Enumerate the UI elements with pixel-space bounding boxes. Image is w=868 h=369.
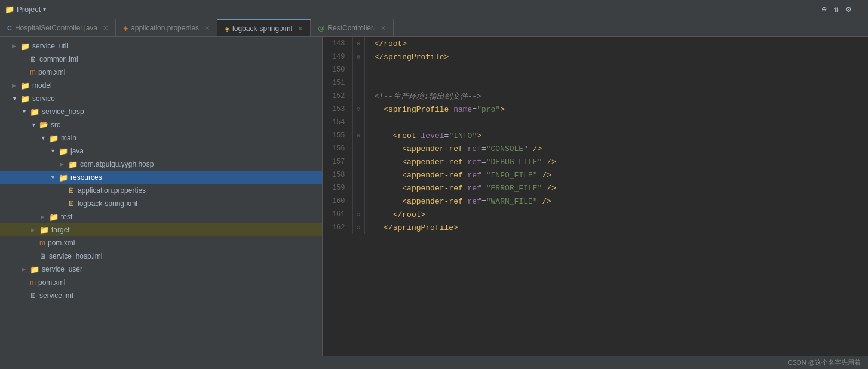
line-gutter[interactable]: ⊖ <box>352 50 364 63</box>
file-icon-pom-m-2: m <box>39 239 45 247</box>
label-common-iml: common.iml <box>39 55 317 63</box>
tab-hospital[interactable]: C HospitalSetController.java ✕ <box>0 19 116 37</box>
sidebar-item-pom-xml-2[interactable]: m pom.xml <box>0 236 322 250</box>
sidebar-item-resources[interactable]: ▼ 📁 resources <box>0 171 322 184</box>
line-content[interactable]: </root> <box>364 37 868 50</box>
sidebar-item-test[interactable]: ▶ 📁 test <box>0 210 322 223</box>
settings-icon[interactable]: ⚙ <box>846 4 851 14</box>
line-content[interactable]: <appender-ref ref="DEBUG_FILE" /> <box>364 155 868 168</box>
folder-icon-target: 📁 <box>39 226 49 235</box>
line-content[interactable]: <springProfile name="pro"> <box>364 103 868 116</box>
line-content[interactable]: </root> <box>364 208 868 221</box>
fold-icon[interactable]: ⊖ <box>357 41 360 47</box>
line-content[interactable]: </springProfile> <box>364 221 868 234</box>
project-title[interactable]: 📁 Project ▾ <box>5 5 46 14</box>
tab-logback-icon: ◈ <box>225 25 229 33</box>
folder-icon-service-user: 📁 <box>30 265 39 274</box>
minimize-icon[interactable]: — <box>858 5 863 14</box>
sidebar-item-main[interactable]: ▼ 📁 main <box>0 131 322 144</box>
sidebar-item-service-iml[interactable]: 🗎 service.iml <box>0 289 322 302</box>
tab-logback-close[interactable]: ✕ <box>297 25 303 33</box>
sidebar-item-com-pkg[interactable]: ▶ 📁 com.atguigu.yygh.hosp <box>0 158 322 171</box>
sidebar-item-src[interactable]: ▼ 📂 src <box>0 118 322 131</box>
label-service-util: service_util <box>32 42 317 50</box>
fold-icon[interactable]: ⊖ <box>357 225 360 231</box>
table-row: 162 ⊖ </springProfile> <box>323 221 868 234</box>
sidebar-item-java[interactable]: ▼ 📁 java <box>0 144 322 158</box>
top-bar: 📁 Project ▾ ⊕ ⇅ ⚙ — <box>0 0 868 19</box>
label-com-pkg: com.atguigu.yygh.hosp <box>80 160 317 168</box>
fold-icon[interactable]: ⊖ <box>357 54 360 60</box>
sidebar-item-service-util[interactable]: ▶ 📁 service_util <box>0 39 322 53</box>
arrow-service-hosp: ▼ <box>22 109 30 115</box>
line-gutter <box>352 90 364 103</box>
line-content[interactable]: <root level="INFO"> <box>364 129 868 142</box>
label-src: src <box>51 121 317 129</box>
line-content[interactable] <box>364 116 868 129</box>
project-chevron[interactable]: ▾ <box>43 6 46 13</box>
transfer-icon[interactable]: ⇅ <box>834 4 839 14</box>
sidebar-item-logback-xml[interactable]: 🗎 logback-spring.xml <box>0 197 322 210</box>
line-content[interactable]: <appender-ref ref="ERROR_FILE" /> <box>364 182 868 195</box>
code-editor[interactable]: 148 ⊖ </root> 149 ⊖ </springProfile> 150 <box>323 37 868 356</box>
file-icon-service-hosp-iml: 🗎 <box>39 252 47 260</box>
sidebar-item-pom-xml-3[interactable]: m pom.xml <box>0 276 322 289</box>
folder-icon-com-pkg: 📁 <box>68 160 78 169</box>
line-gutter[interactable]: ⊖ <box>352 221 364 234</box>
line-number: 162 <box>323 221 352 234</box>
folder-icon-test: 📁 <box>49 213 59 222</box>
line-gutter <box>352 155 364 168</box>
label-resources: resources <box>70 173 317 182</box>
file-icon-pom-m: m <box>30 68 36 76</box>
table-row: 157 <appender-ref ref="DEBUG_FILE" /> <box>323 155 868 168</box>
tab-logback[interactable]: ◈ logback-spring.xml ✕ <box>217 19 311 37</box>
label-pom-xml-2: pom.xml <box>48 239 317 247</box>
line-content[interactable] <box>364 76 868 90</box>
sidebar-item-service[interactable]: ▼ 📁 service <box>0 92 322 105</box>
main-content: ▶ 📁 service_util 🗎 common.iml m pom.xml … <box>0 37 868 356</box>
line-number: 156 <box>323 142 352 155</box>
code-area[interactable]: 148 ⊖ </root> 149 ⊖ </springProfile> 150 <box>323 37 868 356</box>
tab-hospital-close[interactable]: ✕ <box>103 24 108 32</box>
tab-restcontroller-icon: @ <box>318 24 324 32</box>
tab-application[interactable]: ◈ application.properties ✕ <box>116 19 217 37</box>
fold-icon[interactable]: ⊖ <box>357 133 360 139</box>
line-content[interactable]: </springProfile> <box>364 50 868 63</box>
sidebar-item-service-hosp-iml[interactable]: 🗎 service_hosp.iml <box>0 250 322 263</box>
line-gutter <box>352 63 364 76</box>
line-content[interactable]: <appender-ref ref="CONSOLE" /> <box>364 142 868 155</box>
line-gutter[interactable]: ⊖ <box>352 37 364 50</box>
line-content[interactable]: <appender-ref ref="WARN_FILE" /> <box>364 195 868 208</box>
label-logback-xml: logback-spring.xml <box>78 199 317 208</box>
label-model: model <box>32 81 317 90</box>
sidebar-item-pom-xml-1[interactable]: m pom.xml <box>0 66 322 79</box>
tab-restcontroller[interactable]: @ RestController. ✕ <box>311 19 394 37</box>
sidebar-item-service-user[interactable]: ▶ 📁 service_user <box>0 263 322 276</box>
sidebar-item-model[interactable]: ▶ 📁 model <box>0 79 322 92</box>
line-content[interactable] <box>364 63 868 76</box>
folder-icon-service-util: 📁 <box>20 42 30 51</box>
arrow-main: ▼ <box>41 135 49 141</box>
tab-hospital-label: HospitalSetController.java <box>15 24 97 32</box>
line-number: 152 <box>323 90 352 103</box>
line-gutter[interactable]: ⊖ <box>352 129 364 142</box>
sidebar: ▶ 📁 service_util 🗎 common.iml m pom.xml … <box>0 37 323 356</box>
line-number: 155 <box>323 129 352 142</box>
tab-application-close[interactable]: ✕ <box>204 24 210 32</box>
sidebar-item-common-iml[interactable]: 🗎 common.iml <box>0 53 322 66</box>
fold-icon[interactable]: ⊖ <box>357 211 360 218</box>
line-gutter[interactable]: ⊖ <box>352 103 364 116</box>
folder-icon-src: 📂 <box>39 121 48 129</box>
folder-icon-service-hosp: 📁 <box>30 107 39 116</box>
line-content[interactable]: <appender-ref ref="INFO_FILE" /> <box>364 168 868 182</box>
sidebar-item-service-hosp[interactable]: ▼ 📁 service_hosp <box>0 105 322 118</box>
fold-icon[interactable]: ⊖ <box>357 106 360 113</box>
line-number: 157 <box>323 155 352 168</box>
line-content[interactable]: <!--生产环境:输出到文件--> <box>364 90 868 103</box>
sidebar-item-application-props[interactable]: 🗎 application.properties <box>0 184 322 197</box>
tab-restcontroller-close[interactable]: ✕ <box>381 24 386 32</box>
globe-icon[interactable]: ⊕ <box>821 4 826 14</box>
sidebar-item-target[interactable]: ▶ 📁 target <box>0 223 322 236</box>
tab-application-icon: ◈ <box>123 24 128 32</box>
line-gutter[interactable]: ⊖ <box>352 208 364 221</box>
